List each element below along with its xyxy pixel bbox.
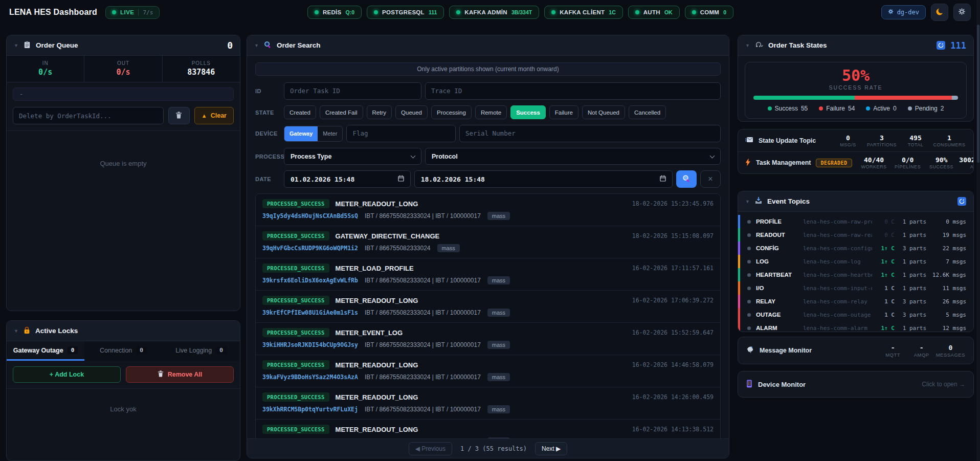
previous-page-button[interactable]: ◀ Previous bbox=[409, 442, 452, 455]
service-status-badge[interactable]: POSTGRESQL 111 bbox=[367, 6, 444, 19]
topic-partitions: 1 parts bbox=[895, 325, 926, 332]
stat-value: 0/0 bbox=[891, 156, 925, 164]
topic-address: lena-hes-comm-raw-profile bbox=[803, 218, 872, 225]
clear-queue-button[interactable]: ▲ Clear bbox=[194, 107, 234, 124]
trace-id-input[interactable] bbox=[425, 82, 721, 100]
calendar-icon[interactable] bbox=[660, 175, 666, 183]
order-task-id-link[interactable]: 39krEfCPfIEw08U1GiAe0m1sF1s bbox=[262, 309, 358, 316]
result-row[interactable]: PROCESSED_SUCCESS METER_READOUT_LONG 16-… bbox=[256, 387, 720, 420]
event-topic-row[interactable]: LOG lena-hes-comm-log 1↑ C 1 parts 7 msg… bbox=[738, 255, 973, 268]
calendar-icon[interactable] bbox=[398, 175, 404, 183]
add-lock-button[interactable]: + Add Lock bbox=[13, 366, 121, 383]
collapse-icon[interactable]: ▼ bbox=[14, 43, 18, 48]
task-meta: IBT / 866755082333024 | IBT / 100000017 bbox=[365, 341, 481, 348]
state-chip[interactable]: Processing bbox=[431, 105, 472, 119]
page-scrollbar[interactable] bbox=[976, 0, 980, 461]
state-chip[interactable]: Created bbox=[284, 105, 316, 119]
service-status-badge[interactable]: AUTH OK bbox=[628, 6, 680, 19]
delete-button[interactable] bbox=[168, 107, 190, 124]
device-toggle-option[interactable]: Meter bbox=[318, 126, 342, 141]
flag-input[interactable] bbox=[346, 125, 456, 142]
theme-toggle-button[interactable] bbox=[931, 4, 948, 21]
refresh-icon[interactable] bbox=[937, 41, 945, 50]
date-to-input[interactable]: 18.02.2026 15:48 bbox=[414, 170, 673, 188]
message-monitor-panel[interactable]: Message Monitor - MQTT - AMQP 0 MESSAGES bbox=[738, 337, 974, 364]
active-locks-panel: ▼ Active Locks Gateway Outage 0 Connecti… bbox=[6, 320, 240, 461]
warning-icon: ▲ bbox=[202, 113, 207, 119]
date-from-input[interactable]: 01.02.2026 15:48 bbox=[284, 170, 411, 188]
order-task-id-link[interactable]: 39qIy5dy4dsHOujNsCXAnBd5SsQ bbox=[262, 212, 358, 219]
service-status-badge[interactable]: KAFKA CLİENT 1C bbox=[544, 6, 623, 19]
service-status-badge[interactable]: COMM 0 bbox=[685, 6, 733, 19]
service-value: OK bbox=[664, 9, 673, 15]
task-type: METER_READOUT_LONG bbox=[336, 361, 418, 369]
locks-tab[interactable]: Gateway Outage 0 bbox=[7, 341, 84, 361]
service-value: 1C bbox=[609, 9, 615, 15]
event-topic-row[interactable]: CONFİG lena-hes-comm-configurati… 1↑ C 3… bbox=[738, 242, 973, 255]
device-toggle-option[interactable]: Gateway bbox=[284, 126, 318, 141]
event-topic-row[interactable]: PROFİLE lena-hes-comm-raw-profile 0 C 1 … bbox=[738, 215, 973, 228]
state-chip[interactable]: Created Fail bbox=[320, 105, 363, 119]
service-status-badge[interactable]: KAFKA ADMİN 3B/334T bbox=[449, 6, 539, 19]
state-chip[interactable]: Queued bbox=[395, 105, 428, 119]
search-icon bbox=[264, 41, 272, 50]
scrollbar-thumb[interactable] bbox=[977, 25, 979, 163]
service-status-badge[interactable]: REDİS Q:0 bbox=[307, 6, 362, 19]
topic-partitions: 1 parts bbox=[895, 272, 926, 278]
event-topic-row[interactable]: HEARTBEAT lena-hes-comm-heartbeat 1↑ C 1… bbox=[738, 268, 973, 281]
state-chip[interactable]: Retry bbox=[367, 105, 392, 119]
lock-icon bbox=[24, 326, 30, 336]
collapse-icon[interactable]: ▼ bbox=[254, 43, 259, 48]
collapse-icon[interactable]: ▼ bbox=[745, 43, 750, 48]
app-header: LENA HES Dashboard LIVE 7/s REDİS Q:0 PO… bbox=[0, 0, 980, 25]
collapse-icon[interactable]: ▼ bbox=[14, 328, 18, 334]
result-row[interactable]: PROCESSED_SUCCESS METER_LOAD_PROFILE 16-… bbox=[256, 258, 720, 291]
result-row[interactable]: PROCESSED_SUCCESS METER_READOUT_LONG 16-… bbox=[256, 355, 720, 387]
filter-label-date: DATE bbox=[255, 176, 284, 182]
locks-tab[interactable]: Connection 0 bbox=[84, 341, 162, 361]
clear-search-button[interactable]: × bbox=[700, 170, 721, 188]
order-task-id-link[interactable]: 39kiHHRJsoRJKDI54bCUp9OGJsy bbox=[262, 341, 358, 348]
order-task-id-link[interactable]: 39kXhRRCM5Bp0tqYurtvRFLuXEj bbox=[262, 406, 358, 413]
environment-button[interactable]: dg-dev bbox=[881, 5, 926, 19]
result-row[interactable]: PROCESSED_SUCCESS METER_EVENT_LOG 16-02-… bbox=[256, 323, 720, 355]
remove-all-button[interactable]: Remove All bbox=[126, 366, 234, 383]
state-chip[interactable]: Cancelled bbox=[629, 105, 666, 119]
protocol-select[interactable]: Protocol bbox=[425, 148, 721, 165]
order-task-id-link[interactable]: 39qHvFGbcCsRUDP9KG6oWQPM1i2 bbox=[262, 245, 358, 252]
task-timestamp: 16-02-2026 17:11:57.161 bbox=[632, 265, 714, 272]
event-topic-row[interactable]: ALARM lena-hes-comm-alarm 1↑ C 1 parts 1… bbox=[738, 321, 973, 332]
device-monitor-panel[interactable]: Device Monitor Click to open → bbox=[738, 371, 974, 398]
event-topic-row[interactable]: READOUT lena-hes-comm-raw-readout 0 C 1 … bbox=[738, 228, 973, 242]
topic-color-stripe bbox=[738, 295, 740, 308]
topic-messages: 11 msgs bbox=[926, 285, 966, 292]
state-update-topic-row: State Update Topic 0 MSG/S 3 PARTİTİONS … bbox=[738, 129, 973, 151]
order-task-id-input[interactable] bbox=[284, 82, 421, 100]
settings-button[interactable] bbox=[953, 4, 971, 21]
event-topic-row[interactable]: I/O lena-hes-comm-input-output 1 C 1 par… bbox=[738, 281, 973, 295]
order-task-id-link[interactable]: 39krsfx6EoliDsX6oxAgEvWLfRb bbox=[262, 277, 358, 284]
stat: 300243ms AVG bbox=[959, 156, 974, 169]
task-timestamp: 16-02-2026 14:26:00.459 bbox=[632, 393, 714, 401]
order-task-id-link[interactable]: 39kaFVyz9BDoHsYSaz2M4O3sAzA bbox=[262, 374, 358, 381]
state-chip[interactable]: Not Queued bbox=[582, 105, 625, 119]
next-page-button[interactable]: Next ▶ bbox=[535, 442, 567, 455]
search-button[interactable] bbox=[676, 170, 697, 188]
topic-name: I/O bbox=[756, 285, 803, 291]
state-chip[interactable]: Success bbox=[510, 105, 546, 119]
topic-color-stripe bbox=[738, 321, 740, 332]
state-chip[interactable]: Failure bbox=[549, 105, 578, 119]
locks-tab[interactable]: Live Logging 0 bbox=[162, 341, 240, 361]
result-row[interactable]: PROCESSED_SUCCESS METER_READOUT_LONG 18-… bbox=[256, 194, 720, 226]
task-timestamp: 16-02-2026 14:46:58.079 bbox=[632, 361, 714, 368]
collapse-icon[interactable]: ▼ bbox=[745, 199, 750, 204]
event-topic-row[interactable]: OUTAGE lena-hes-comm-outage 1 C 3 parts … bbox=[738, 308, 973, 321]
refresh-icon[interactable] bbox=[957, 197, 966, 206]
result-row[interactable]: PROCESSED_SUCCESS METER_READOUT_LONG 16-… bbox=[256, 291, 720, 323]
state-chip[interactable]: Remote bbox=[475, 105, 507, 119]
process-type-select[interactable]: Process Type bbox=[284, 148, 421, 165]
event-topic-row[interactable]: RELAY lena-hes-comm-relay 1 C 3 parts 26… bbox=[738, 295, 973, 308]
delete-by-id-input[interactable] bbox=[13, 107, 164, 124]
result-row[interactable]: PROCESSED_SUCCESS GATEWAY_DIRECTIVE_CHAN… bbox=[256, 226, 720, 258]
serial-number-input[interactable] bbox=[459, 125, 721, 142]
